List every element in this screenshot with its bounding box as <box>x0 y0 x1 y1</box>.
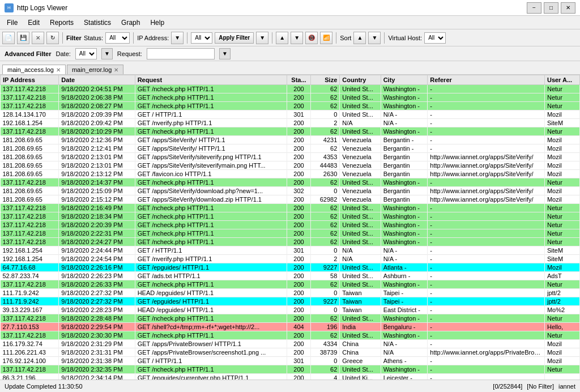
table-row[interactable]: 181.208.69.659/18/2020 2:15:12 PMGET /ap… <box>1 195 580 204</box>
menu-statistics[interactable]: Statistics <box>79 18 116 28</box>
table-row[interactable]: 181.208.69.659/18/2020 2:13:01 PMGET /ap… <box>1 153 580 161</box>
table-row[interactable]: 181.208.69.659/18/2020 2:13:12 PMGET /fa… <box>1 170 580 178</box>
table-row[interactable]: 192.168.1.2549/18/2020 2:24:44 PMGET / H… <box>1 246 580 255</box>
log-table-container[interactable]: IP Address Date Request Sta... Size Coun… <box>0 75 580 380</box>
cell-date: 9/18/2020 2:31:38 PM <box>59 357 135 365</box>
cell-referer: - <box>428 255 545 263</box>
table-row[interactable]: 192.168.1.2549/18/2020 2:09:42 PMGET /nv… <box>1 119 580 127</box>
menu-file[interactable]: File <box>2 18 22 28</box>
table-row[interactable]: 181.208.69.659/18/2020 2:15:09 PMGET /ap… <box>1 187 580 195</box>
adv-date-select[interactable]: All <box>75 48 97 59</box>
adv-date-btn[interactable]: ▼ <box>101 48 113 59</box>
tab-main-error[interactable]: main_error.log ✕ <box>67 65 123 74</box>
col-header-size[interactable]: Size <box>310 75 340 85</box>
cell-city: Washington - <box>381 331 428 340</box>
col-header-referer[interactable]: Referer <box>428 75 545 85</box>
table-row[interactable]: 137.117.42.2189/18/2020 2:28:48 PMGET /n… <box>1 314 580 323</box>
adv-request-btn[interactable]: ▼ <box>219 48 231 59</box>
cell-ip-address: 39.13.229.167 <box>1 306 59 314</box>
toolbar-btn-2[interactable]: 💾 <box>17 32 29 44</box>
table-row[interactable]: 137.117.42.2189/18/2020 2:22:31 PMGET /n… <box>1 229 580 238</box>
table-row[interactable]: 137.117.42.2189/18/2020 2:04:51 PMGET /n… <box>1 85 580 93</box>
sort-desc-btn[interactable]: ▼ <box>368 32 381 44</box>
cell-country: N/A <box>340 255 381 263</box>
adv-request-input[interactable] <box>147 48 215 59</box>
table-row[interactable]: 111.71.9.2429/18/2020 2:27:32 PMGET /epg… <box>1 297 580 306</box>
table-row[interactable]: 181.208.69.659/18/2020 2:12:36 PMGET /ap… <box>1 136 580 144</box>
tab-main-error-close[interactable]: ✕ <box>114 67 118 73</box>
filter-extra-btn[interactable]: ▼ <box>256 32 268 44</box>
menu-reports[interactable]: Reports <box>45 18 78 28</box>
sort-asc-btn[interactable]: ▲ <box>353 32 366 44</box>
col-header-ip[interactable]: IP Address <box>1 75 59 85</box>
cell-city: Bengaluru - <box>381 323 428 331</box>
minimize-button[interactable]: − <box>527 2 541 14</box>
cell-user-agent: Netur <box>544 127 579 136</box>
table-row[interactable]: 27.7.110.1539/18/2020 2:29:54 PMGET /she… <box>1 323 580 331</box>
col-header-status[interactable]: Sta... <box>287 75 310 85</box>
table-row[interactable]: 192.168.1.2549/18/2020 2:24:54 PMGET /nv… <box>1 255 580 263</box>
toolbar-icon-2[interactable]: ▼ <box>291 32 303 44</box>
tab-main-access[interactable]: main_access.log ✕ <box>2 65 66 74</box>
table-row[interactable]: 116.179.32.749/18/2020 2:31:29 PMGET /ap… <box>1 340 580 348</box>
toolbar-icon-1[interactable]: ▲ <box>276 32 288 44</box>
table-row[interactable]: 111.206.221.439/18/2020 2:31:31 PMGET /a… <box>1 348 580 357</box>
cell-size: 9227 <box>310 263 340 272</box>
col-header-country[interactable]: Country <box>340 75 381 85</box>
cell-user-agent: Netur <box>544 102 579 110</box>
cell-ip-address: 137.117.42.218 <box>1 229 59 238</box>
cell-size: 0 <box>310 246 340 255</box>
toolbar-btn-4[interactable]: ↻ <box>46 32 59 44</box>
title-bar-controls[interactable]: − □ ✕ <box>527 2 575 14</box>
maximize-button[interactable]: □ <box>544 2 558 14</box>
table-row[interactable]: 137.117.42.2189/18/2020 2:32:35 PMGET /n… <box>1 365 580 374</box>
col-header-useragent[interactable]: User A... <box>544 75 579 85</box>
toolbar-icon-4[interactable]: 📶 <box>320 32 332 44</box>
cell-status: 200 <box>287 161 310 170</box>
cell-status: 200 <box>287 195 310 204</box>
table-row[interactable]: 137.117.42.2189/18/2020 2:18:34 PMGET /n… <box>1 212 580 221</box>
toolbar-icon-3[interactable]: 📵 <box>305 32 318 44</box>
table-row[interactable]: 137.117.42.2189/18/2020 2:06:38 PMGET /n… <box>1 93 580 102</box>
tab-main-access-close[interactable]: ✕ <box>56 67 61 73</box>
table-row[interactable]: 176.92.124.1009/18/2020 2:31:38 PMGET / … <box>1 357 580 365</box>
table-row[interactable]: 137.117.42.2189/18/2020 2:30:30 PMGET /n… <box>1 331 580 340</box>
cell-date: 9/18/2020 2:12:36 PM <box>59 136 135 144</box>
all-select[interactable]: All <box>191 32 212 44</box>
table-row[interactable]: 128.14.134.1709/18/2020 2:09:39 PMGET / … <box>1 110 580 119</box>
table-row[interactable]: 137.117.42.2189/18/2020 2:08:27 PMGET /n… <box>1 102 580 110</box>
cell-size: 0 <box>310 357 340 365</box>
table-row[interactable]: 137.117.42.2189/18/2020 2:10:29 PMGET /n… <box>1 127 580 136</box>
table-row[interactable]: 137.117.42.2189/18/2020 2:14:37 PMGET /n… <box>1 178 580 187</box>
cell-ip-address: 181.208.69.65 <box>1 136 59 144</box>
table-row[interactable]: 64.77.16.689/18/2020 2:26:16 PMGET /epgu… <box>1 263 580 272</box>
table-row[interactable]: 181.208.69.659/18/2020 2:13:01 PMGET /ap… <box>1 161 580 170</box>
table-row[interactable]: 137.117.42.2189/18/2020 2:20:39 PMGET /n… <box>1 221 580 229</box>
cell-ip-address: 181.208.69.65 <box>1 195 59 204</box>
col-header-city[interactable]: City <box>381 75 428 85</box>
menu-graph[interactable]: Graph <box>117 18 144 28</box>
apply-filter-button[interactable]: Apply Filter <box>215 32 254 44</box>
cell-date: 9/18/2020 2:26:16 PM <box>59 263 135 272</box>
cell-user-agent: Mozil <box>544 348 579 357</box>
table-row[interactable]: 137.117.42.2189/18/2020 2:24:27 PMGET /n… <box>1 238 580 246</box>
col-header-date[interactable]: Date <box>59 75 135 85</box>
toolbar-btn-3[interactable]: ⤫ <box>32 32 44 44</box>
table-row[interactable]: 52.87.233.749/18/2020 2:26:23 PMGET /ads… <box>1 272 580 280</box>
table-row[interactable]: 181.208.69.659/18/2020 2:12:41 PMGET /ap… <box>1 144 580 153</box>
toolbar-btn-1[interactable]: 📄 <box>2 32 15 44</box>
menu-edit[interactable]: Edit <box>23 18 44 28</box>
table-row[interactable]: 86.3.21.1969/18/2020 2:34:14 PMGET /epgu… <box>1 374 580 380</box>
status-select[interactable]: All200301302404 <box>105 32 130 44</box>
table-row[interactable]: 39.13.229.1679/18/2020 2:28:23 PMHEAD /e… <box>1 306 580 314</box>
table-row[interactable]: 137.117.42.2189/18/2020 2:26:33 PMGET /n… <box>1 280 580 289</box>
menu-help[interactable]: Help <box>146 18 169 28</box>
close-button[interactable]: ✕ <box>561 2 575 14</box>
table-row[interactable]: 111.71.9.2429/18/2020 2:27:32 PMHEAD /ep… <box>1 289 580 297</box>
virtual-host-select[interactable]: All <box>424 32 446 44</box>
col-header-request[interactable]: Request <box>135 75 287 85</box>
cell-ip-address: 111.71.9.242 <box>1 297 59 306</box>
table-row[interactable]: 137.117.42.2189/18/2020 2:16:49 PMGET /n… <box>1 204 580 212</box>
ip-filter-btn[interactable]: ▼ <box>171 32 184 44</box>
cell-size: 4334 <box>310 340 340 348</box>
